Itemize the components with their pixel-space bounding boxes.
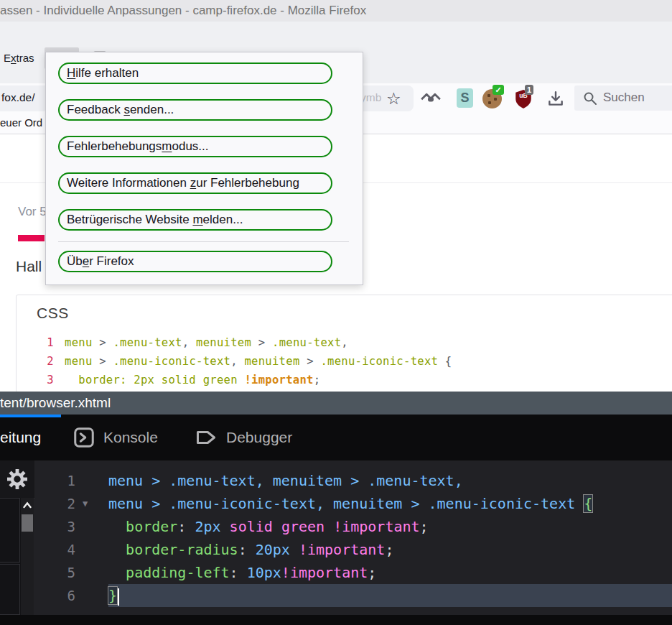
url-text-right: ymb — [360, 91, 381, 104]
help-menu-popup: Hilfe erhaltenFeedback senden...Fehlerbe… — [45, 52, 363, 285]
devtools-titlebar: tent/browser.xhtml — [0, 392, 672, 415]
line-number: 3 — [34, 519, 75, 534]
search-placeholder: Suchen — [603, 91, 645, 105]
highlight-bar — [18, 235, 45, 241]
devtools-tabbar: eitung Konsole Debugger — [0, 415, 672, 460]
code-line: 4 border-radius: 20px !important; — [34, 538, 672, 561]
code-block-title: CSS — [37, 305, 69, 322]
help-menu-items: Hilfe erhaltenFeedback senden...Fehlerbe… — [58, 62, 349, 287]
css-code-block: CSS 1menu > .menu-text, menuitem > .menu… — [16, 295, 672, 404]
code-text: menu > .menu-iconic-text, menuitem > .me… — [108, 492, 672, 515]
line-number: 2 — [42, 355, 54, 368]
url-text-left: fox.de/ — [1, 91, 35, 104]
code-line: 1menu > .menu-text, menuitem > .menu-tex… — [42, 333, 452, 352]
stylus-letter: S — [460, 91, 469, 105]
menu-separator — [58, 241, 349, 242]
menubar-item-extras[interactable]: Extras — [0, 47, 41, 69]
line-number: 5 — [34, 565, 75, 580]
editor-scrollbar[interactable] — [21, 498, 34, 615]
code-line: 5 padding-left: 10px!important; — [34, 561, 672, 584]
code-text: menu > .menu-iconic-text, menuitem > .me… — [65, 355, 452, 368]
code-text: border: 2px solid green !important; — [108, 515, 672, 538]
code-line: 1menu > .menu-text, menuitem > .menu-tex… — [34, 469, 672, 492]
download-icon[interactable] — [546, 90, 565, 108]
stylesheet-list-pane — [0, 498, 21, 615]
firefox-window: assen - Individuelle Anpassungen - camp-… — [0, 0, 672, 625]
line-number: 3 — [42, 374, 54, 386]
tab-debugger[interactable]: Debugger — [195, 415, 292, 460]
tab-style-editor[interactable]: eitung — [0, 415, 41, 460]
scroll-up-icon[interactable] — [23, 501, 32, 509]
settings-button[interactable] — [0, 460, 34, 499]
code-text: border: 2px solid green !important; — [65, 374, 320, 386]
line-number: 6 — [34, 588, 75, 603]
code-line: 2menu > .menu-iconic-text, menuitem > .m… — [42, 352, 452, 371]
tab-style-editor-label: eitung — [0, 429, 41, 446]
help-menu-item[interactable]: Über Firefox — [58, 251, 332, 272]
cookie-extension-badge: ✓ — [493, 85, 504, 95]
line-number: 1 — [34, 473, 75, 489]
code-text: padding-left: 10px!important; — [108, 561, 672, 584]
tab-console[interactable]: Konsole — [74, 415, 158, 460]
code-text: } — [108, 584, 672, 607]
tab-console-label: Konsole — [103, 429, 158, 446]
handshake-extension-icon[interactable] — [421, 91, 441, 106]
post-timestamp: Vor 5 — [18, 205, 47, 219]
post-greeting: Hall — [16, 258, 42, 275]
code-text: menu > .menu-text, menuitem > .menu-text… — [65, 336, 348, 349]
code-text: border-radius: 20px !important; — [108, 538, 672, 561]
window-title: assen - Individuelle Anpassungen - camp-… — [0, 4, 366, 17]
devtools-window-title: tent/browser.xhtml — [0, 395, 111, 410]
devtools-window: tent/browser.xhtml eitung Konsole Debugg… — [0, 392, 672, 625]
console-icon — [74, 427, 94, 448]
window-titlebar: assen - Individuelle Anpassungen - camp-… — [0, 0, 672, 22]
tab-debugger-label: Debugger — [226, 429, 292, 446]
line-number: 2 — [34, 496, 75, 511]
code-text: menu > .menu-text, menuitem > .menu-text… — [108, 469, 672, 492]
stylesheet-list-item[interactable] — [0, 564, 20, 615]
code-line: 2▼menu > .menu-iconic-text, menuitem > .… — [34, 492, 672, 515]
code-line: 3 border: 2px solid green !important; — [34, 515, 672, 538]
ublock-badge: 1 — [525, 85, 533, 95]
help-menu-item[interactable]: Betrügerische Website melden... — [58, 209, 332, 231]
help-menu-item[interactable]: Feedback senden... — [58, 99, 332, 121]
line-number: 1 — [42, 336, 54, 349]
bookmark-item-label[interactable]: euer Ord — [0, 116, 42, 129]
css-source-editor[interactable]: 1menu > .menu-text, menuitem > .menu-tex… — [34, 460, 672, 615]
code-line: 3 border: 2px solid green !important; — [42, 371, 452, 389]
help-menu-item[interactable]: Fehlerbehebungsmodus... — [58, 136, 332, 157]
gear-icon — [6, 468, 28, 490]
help-menu-item[interactable]: Weitere Informationen zur Fehlerbehebung — [58, 172, 332, 194]
help-menu-item[interactable]: Hilfe erhalten — [58, 62, 332, 84]
debugger-icon — [195, 427, 217, 448]
devtools-bottom-strip — [0, 615, 672, 625]
editor-lines: 1menu > .menu-text, menuitem > .menu-tex… — [34, 469, 672, 607]
stylesheet-list-item[interactable] — [0, 498, 20, 562]
search-icon — [583, 91, 597, 106]
search-field[interactable]: Suchen — [574, 85, 672, 111]
code-line: 6} — [34, 584, 672, 607]
code-block-lines: 1menu > .menu-text, menuitem > .menu-tex… — [42, 333, 452, 389]
scrollbar-thumb[interactable] — [22, 514, 33, 532]
bookmark-star-icon[interactable]: ☆ — [386, 87, 401, 110]
fold-marker-icon[interactable]: ▼ — [75, 499, 108, 509]
style-editor-panel: 1menu > .menu-text, menuitem > .menu-tex… — [0, 460, 672, 615]
stylus-extension-icon[interactable]: S — [457, 88, 473, 108]
line-number: 4 — [34, 542, 75, 557]
